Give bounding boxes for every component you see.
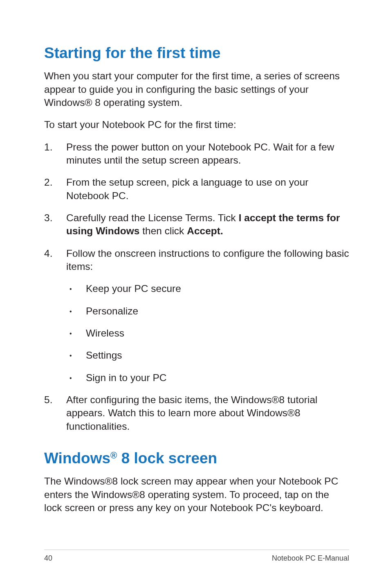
bullet-wireless: Wireless	[66, 327, 349, 340]
page-footer: 40 Notebook PC E-Manual	[44, 550, 349, 563]
heading-pre: Windows	[44, 450, 110, 467]
step-3-mid: then click	[139, 225, 187, 236]
step-4-text: Follow the onscreen instructions to conf…	[66, 248, 349, 272]
page-number: 40	[44, 554, 52, 563]
step-5: After configuring the basic items, the W…	[44, 393, 349, 433]
step-3-pre: Carefully read the License Terms. Tick	[66, 212, 239, 223]
intro-paragraph: When you start your computer for the fir…	[44, 70, 349, 109]
step-4: Follow the onscreen instructions to conf…	[44, 247, 349, 384]
section-heading-starting: Starting for the first time	[44, 44, 349, 62]
step-2: From the setup screen, pick a language t…	[44, 176, 349, 202]
step-1: Press the power button on your Notebook …	[44, 141, 349, 167]
heading-post: 8 lock screen	[117, 450, 217, 467]
document-title: Notebook PC E-Manual	[272, 554, 349, 563]
step-4-bullets: Keep your PC secure Personalize Wireless…	[66, 282, 349, 384]
lockscreen-body: The Windows®8 lock screen may appear whe…	[44, 475, 349, 514]
bullet-settings: Settings	[66, 349, 349, 362]
step-3-bold2: Accept.	[187, 225, 223, 236]
lead-paragraph: To start your Notebook PC for the first …	[44, 118, 349, 131]
bullet-keep-secure: Keep your PC secure	[66, 282, 349, 295]
bullet-signin: Sign in to your PC	[66, 371, 349, 384]
section-heading-lockscreen: Windows® 8 lock screen	[44, 449, 349, 467]
steps-list: Press the power button on your Notebook …	[44, 141, 349, 433]
section-lock-screen: Windows® 8 lock screen The Windows®8 loc…	[44, 449, 349, 514]
registered-icon: ®	[110, 450, 117, 460]
bullet-personalize: Personalize	[66, 305, 349, 318]
step-3: Carefully read the License Terms. Tick I…	[44, 211, 349, 238]
